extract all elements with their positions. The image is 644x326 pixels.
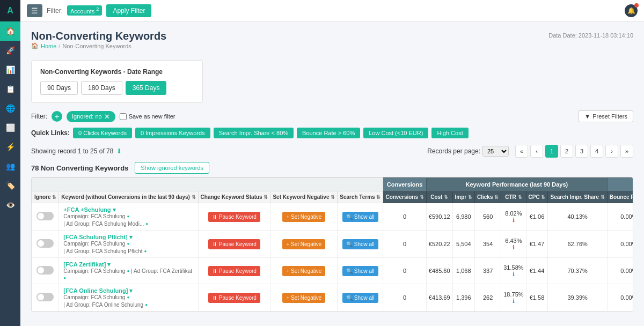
col-conversions[interactable]: Conversions ⇅ <box>383 191 426 203</box>
cell-bounce-rate-0: 0.00% <box>607 203 633 231</box>
save-filter-checkbox[interactable] <box>120 113 127 120</box>
apply-filter-button[interactable]: Apply Filter <box>106 4 151 17</box>
page-next-next[interactable]: » <box>620 145 633 158</box>
save-filter-label[interactable]: Save as new filter <box>120 113 175 120</box>
ignore-toggle-0[interactable] <box>36 212 54 220</box>
set-negative-btn-2[interactable]: + Set Negative <box>282 266 325 276</box>
records-per-page-select[interactable]: 25 50 100 <box>482 146 509 157</box>
col-search-terms[interactable]: Search Terms ⇅ <box>338 191 383 203</box>
accounts-badge[interactable]: Accounts 2 <box>67 5 102 16</box>
cell-change-status-0: ⏸ Pause Keyword <box>198 203 270 231</box>
date-range-title: Non-Converting Keywords - Date Range <box>40 68 194 76</box>
cell-cost-1: €520.22 <box>426 231 452 258</box>
quick-link-search-impr[interactable]: Search Impr. Share < 80% <box>214 128 294 138</box>
filter-row: Filter: + Ignored: no ✕ Save as new filt… <box>31 110 633 122</box>
show-all-btn-1[interactable]: 🔍 Show all <box>342 239 378 249</box>
col-change-status[interactable]: Change Keyword Status ⇅ <box>198 191 270 203</box>
pause-keyword-btn-2[interactable]: ⏸ Pause Keyword <box>208 266 260 276</box>
ignore-toggle-1[interactable] <box>36 239 54 248</box>
page-prev[interactable]: ‹ <box>530 145 543 158</box>
pause-keyword-btn-1[interactable]: ⏸ Pause Keyword <box>208 239 260 249</box>
sidebar-item-rocket[interactable]: 🚀 <box>0 41 20 60</box>
col-cpc[interactable]: CPC ⇅ <box>526 191 548 203</box>
cell-ignore-1 <box>32 231 59 258</box>
menu-button[interactable]: ☰ <box>27 4 42 17</box>
sidebar-item-chart[interactable]: 📊 <box>0 60 20 79</box>
set-negative-btn-1[interactable]: + Set Negative <box>282 239 325 249</box>
cell-cost-2: €485.60 <box>426 258 452 284</box>
sidebar-item-tag[interactable]: 🏷️ <box>0 176 20 195</box>
show-all-btn-2[interactable]: 🔍 Show all <box>342 266 378 276</box>
page-title: Non-Converting Keywords <box>31 30 166 42</box>
show-all-btn-0[interactable]: 🔍 Show all <box>342 212 378 222</box>
sidebar-item-square[interactable]: ⬜ <box>0 118 20 137</box>
col-set-negative[interactable]: Set Keyword Negative ⇅ <box>270 191 338 203</box>
set-negative-btn-0[interactable]: + Set Negative <box>282 212 325 222</box>
quick-link-low-cost[interactable]: Low Cost (<10 EUR) <box>363 128 428 138</box>
notification-icon[interactable]: 🔔 <box>625 4 638 17</box>
preset-filters-button[interactable]: ▼ Preset Filters <box>579 110 633 122</box>
col-cost[interactable]: Cost ⇅ <box>426 191 452 203</box>
quick-link-0-impr[interactable]: 0 Impressions Keywords <box>135 128 210 138</box>
col-ctr[interactable]: CTR ⇅ <box>501 191 526 203</box>
show-ignored-button[interactable]: Show ignored keywords <box>135 162 209 174</box>
cell-conversions-3: 0 <box>383 284 426 312</box>
date-btn-365[interactable]: 365 Days <box>126 81 167 95</box>
page-2[interactable]: 2 <box>560 145 573 158</box>
sidebar-item-table[interactable]: 📋 <box>0 79 20 99</box>
col-impr[interactable]: Impr ⇅ <box>452 191 474 203</box>
pause-keyword-btn-3[interactable]: ⏸ Pause Keyword <box>208 293 260 303</box>
data-date: Data Date: 2023-11-18 03:14:10 <box>548 32 633 39</box>
col-keyword[interactable]: Keyword (without Conversions in the last… <box>59 191 198 203</box>
breadcrumb-home[interactable]: Home <box>41 43 56 49</box>
col-clicks[interactable]: Clicks ⇅ <box>475 191 501 203</box>
date-btn-90[interactable]: 90 Days <box>40 81 78 95</box>
quick-link-bounce-rate[interactable]: Bounce Rate > 60% <box>297 128 360 138</box>
table-row: +FCA +Schulung ▾ Campaign: FCA Schulung … <box>32 203 634 231</box>
pause-keyword-btn-0[interactable]: ⏸ Pause Keyword <box>208 212 260 222</box>
ctr-warning-icon: ℹ <box>513 244 515 250</box>
cell-cpc-0: €1.06 <box>526 203 548 231</box>
page-3[interactable]: 3 <box>575 145 588 158</box>
keyword-campaign-1: Campaign: FCA Schulung ● | Ad Group: FCA… <box>63 241 193 254</box>
kw-performance-group-header: Keyword Performance (last 90 Days) <box>426 178 607 191</box>
app-logo: A <box>0 0 20 21</box>
add-filter-button[interactable]: + <box>52 111 62 122</box>
sidebar-item-users[interactable]: 👥 <box>0 157 20 176</box>
sidebar-item-eye[interactable]: 👁️ <box>0 195 20 214</box>
cell-cpc-1: €1.47 <box>526 231 548 258</box>
cell-conversions-0: 0 <box>383 203 426 231</box>
page-prev-prev[interactable]: « <box>515 145 528 158</box>
page-header: Non-Converting Keywords 🏠 Home / Non-Con… <box>31 30 633 56</box>
col-ignore[interactable]: Ignore ⇅ <box>32 191 59 203</box>
keyword-name-3[interactable]: [FCA Online Schulung] ▾ <box>63 287 193 294</box>
page-content: Non-Converting Keywords 🏠 Home / Non-Con… <box>20 21 644 326</box>
page-4[interactable]: 4 <box>590 145 603 158</box>
spacer-header <box>32 178 383 191</box>
keyword-name-0[interactable]: +FCA +Schulung ▾ <box>63 206 193 213</box>
sidebar-item-globe[interactable]: 🌐 <box>0 99 20 118</box>
ignore-toggle-3[interactable] <box>36 293 54 301</box>
show-all-btn-3[interactable]: 🔍 Show all <box>342 293 378 303</box>
filter-text-label: Filter: <box>31 113 47 120</box>
filter-chip-close[interactable]: ✕ <box>104 113 110 121</box>
date-btn-180[interactable]: 180 Days <box>81 81 122 95</box>
col-bounce-rate[interactable]: Bounce Rate ⇅ <box>607 191 633 203</box>
cell-set-negative-3: + Set Negative <box>270 284 338 312</box>
ignore-toggle-2[interactable] <box>36 266 54 275</box>
records-showing: Showing record 1 to 25 of 78 ⬇ <box>31 147 122 155</box>
col-search-impr-share[interactable]: Search Impr. Share ⇅ <box>548 191 607 203</box>
keyword-name-1[interactable]: [FCA Schulung Pflicht] ▾ <box>63 234 193 241</box>
ctr-info-icon: ℹ <box>513 298 515 304</box>
quick-link-0-clicks[interactable]: 0 Clicks Keywords <box>73 128 132 138</box>
cell-change-status-1: ⏸ Pause Keyword <box>198 231 270 258</box>
cell-bounce-rate-3: 0.00% <box>607 284 633 312</box>
set-negative-btn-3[interactable]: + Set Negative <box>282 293 325 303</box>
page-next[interactable]: › <box>605 145 618 158</box>
page-1[interactable]: 1 <box>545 145 558 158</box>
keyword-name-2[interactable]: [FCA Zertifikat] ▾ <box>63 261 193 268</box>
sidebar-item-layout[interactable]: ⚡ <box>0 137 20 157</box>
download-icon[interactable]: ⬇ <box>116 147 122 155</box>
sidebar-item-home[interactable]: 🏠 <box>0 21 20 41</box>
quick-link-high-cost[interactable]: High Cost <box>431 128 468 138</box>
